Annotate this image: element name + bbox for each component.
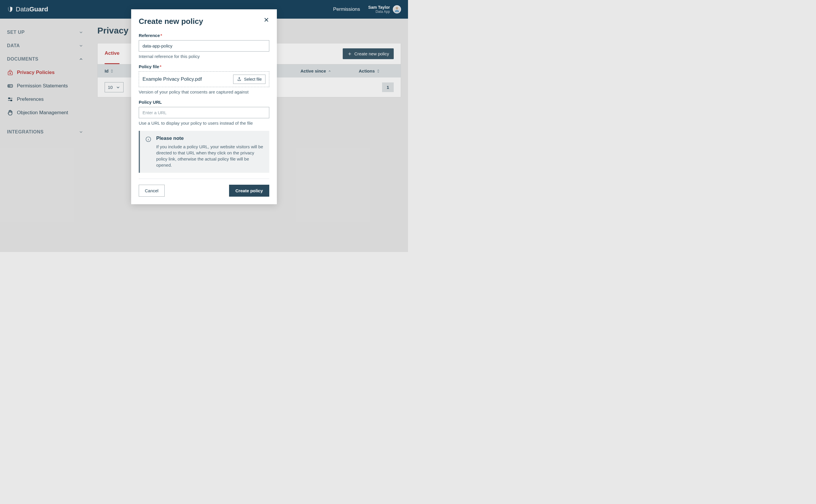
file-hint: Version of your policy that consents are… (139, 89, 269, 94)
modal-overlay: Create new policy Reference* Internal re… (0, 0, 408, 252)
reference-input[interactable] (139, 40, 269, 52)
policy-file-label: Policy file* (139, 64, 269, 69)
upload-icon (237, 77, 241, 82)
select-file-button[interactable]: Select file (233, 75, 265, 84)
url-hint: Use a URL to display your policy to user… (139, 121, 269, 126)
reference-label: Reference* (139, 33, 269, 38)
create-policy-modal: Create new policy Reference* Internal re… (131, 9, 277, 204)
modal-divider (139, 179, 269, 179)
note-box: Please note If you include a policy URL,… (139, 131, 269, 173)
note-title: Please note (156, 135, 264, 141)
file-name: Example Privacy Policy.pdf (142, 76, 202, 82)
note-text: If you include a policy URL, your websit… (156, 144, 264, 168)
close-icon (263, 17, 269, 23)
file-dropzone[interactable]: Example Privacy Policy.pdf Select file (139, 71, 269, 87)
reference-hint: Internal reference for this policy (139, 54, 269, 59)
policy-url-input[interactable] (139, 107, 269, 118)
modal-title: Create new policy (139, 17, 203, 26)
close-button[interactable] (263, 17, 269, 23)
policy-url-label: Policy URL (139, 100, 269, 105)
cancel-button[interactable]: Cancel (139, 185, 165, 197)
info-icon (145, 136, 151, 142)
select-file-label: Select file (244, 77, 262, 82)
submit-button[interactable]: Create policy (229, 185, 269, 197)
